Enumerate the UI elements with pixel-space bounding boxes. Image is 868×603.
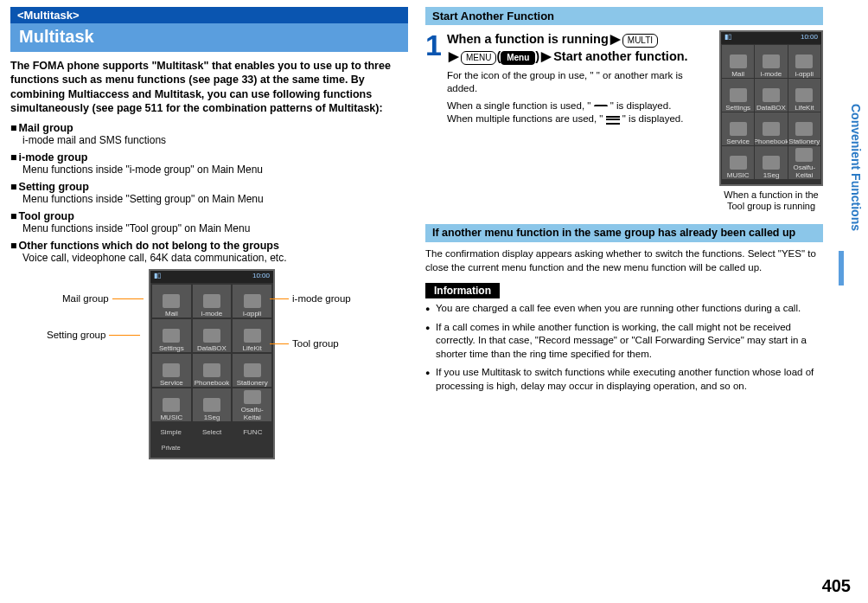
menu-cell: LifeKit bbox=[788, 79, 820, 112]
step-desc-1: For the icon of the group in use, " " or… bbox=[447, 69, 712, 96]
status-bar-small: ▮▯10:00 bbox=[721, 32, 821, 44]
softkeys: SimplePrivate Select FUNC bbox=[150, 425, 273, 442]
key-menu-inv: Menu bbox=[501, 51, 535, 65]
menu-cell: Settings bbox=[722, 79, 754, 112]
menu-diagram: ▮▯10:00 Mail i-mode i-αppli Settings Dat… bbox=[10, 269, 408, 468]
group-head-setting: Setting group bbox=[10, 181, 408, 193]
key-menu: MENU bbox=[461, 51, 496, 65]
menu-cell: i-αppli bbox=[788, 45, 820, 78]
group-sub-imode: Menu functions inside "i-mode group" on … bbox=[22, 164, 408, 176]
phone-screenshot: ▮▯10:00 Mail i-mode i-αppli Settings Dat… bbox=[149, 269, 275, 459]
info-item: If a call comes in while another functio… bbox=[425, 321, 823, 362]
page-number: 405 bbox=[822, 576, 851, 596]
group-head-other: Other functions which do not belong to t… bbox=[10, 240, 408, 252]
menu-cell: MUSIC bbox=[152, 388, 191, 421]
group-sub-tool: Menu functions inside "Tool group" on Ma… bbox=[22, 222, 408, 234]
menu-cell: 1Seg bbox=[755, 146, 787, 179]
menu-cell: 1Seg bbox=[193, 388, 232, 421]
group-head-imode: i-mode group bbox=[10, 151, 408, 164]
menu-cell: Settings bbox=[152, 319, 191, 352]
section-title: Multitask bbox=[10, 23, 408, 52]
label-mail: Mail group bbox=[62, 293, 109, 304]
group-sub-other: Voice call, videophone call, 64K data co… bbox=[22, 252, 408, 264]
menu-cell: DataBOX bbox=[755, 79, 787, 112]
menu-cell: DataBOX bbox=[193, 319, 232, 352]
menu-cell: i-mode bbox=[755, 45, 787, 78]
label-imode: i-mode group bbox=[292, 293, 351, 304]
menu-cell: Mail bbox=[152, 285, 191, 318]
menu-cell: Phonebook bbox=[755, 112, 787, 145]
info-item: If you use Multitask to switch functions… bbox=[425, 366, 823, 393]
phone-caption: When a function in the Tool group is run… bbox=[719, 189, 823, 212]
label-setting: Setting group bbox=[47, 330, 105, 340]
phone-small: ▮▯10:00 Mail i-mode i-αppli Settings Dat… bbox=[719, 30, 823, 212]
menu-cell: i-αppli bbox=[233, 285, 271, 318]
menu-cell: Stationery bbox=[233, 354, 271, 387]
side-tab-indicator bbox=[839, 251, 844, 285]
right-header: Start Another Function bbox=[425, 7, 823, 25]
status-bar: ▮▯10:00 bbox=[150, 271, 273, 283]
menu-cell: LifeKit bbox=[233, 319, 271, 352]
menu-cell: Osaifu-Keitai bbox=[788, 146, 820, 179]
menu-cell: Service bbox=[722, 112, 754, 145]
group-head-mail: Mail group bbox=[10, 122, 408, 134]
key-multi: MULTI bbox=[622, 34, 658, 48]
menu-cell: Service bbox=[152, 354, 191, 387]
menu-cell: Osaifu-Keitai bbox=[233, 388, 271, 421]
side-tab: Convenient Functions bbox=[847, 104, 863, 231]
step-heading: When a function is running▶MULTI ▶MENU(M… bbox=[447, 30, 712, 66]
menu-cell: Mail bbox=[722, 45, 754, 78]
menu-cell: MUSIC bbox=[722, 146, 754, 179]
menu-cell: Phonebook bbox=[193, 354, 232, 387]
step-number: 1 bbox=[425, 30, 442, 126]
note-heading: If another menu function in the same gro… bbox=[425, 224, 823, 242]
section-description: The FOMA phone supports "Multitask" that… bbox=[10, 59, 408, 115]
group-head-tool: Tool group bbox=[10, 210, 408, 222]
single-function-icon bbox=[594, 105, 608, 108]
information-heading: Information bbox=[425, 283, 500, 298]
info-item: You are charged a call fee even when you… bbox=[425, 302, 823, 316]
section-tag: <Multitask> bbox=[10, 7, 408, 23]
multi-function-icon bbox=[606, 119, 620, 120]
group-sub-setting: Menu functions inside "Setting group" on… bbox=[22, 193, 408, 205]
group-sub-mail: i-mode mail and SMS functions bbox=[22, 134, 408, 146]
note-body: The confirmation display appears asking … bbox=[425, 247, 823, 274]
step-desc-2: When a single function is used, " " is d… bbox=[447, 99, 712, 126]
menu-cell: Stationery bbox=[788, 112, 820, 145]
menu-cell: i-mode bbox=[193, 285, 232, 318]
label-tool: Tool group bbox=[292, 338, 339, 349]
